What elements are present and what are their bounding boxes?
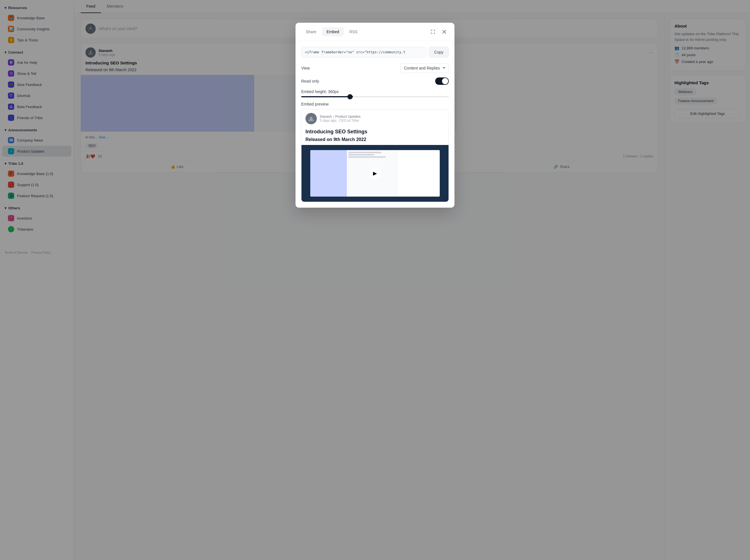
- preview-time: 5 days ago · CEO at Tribe: [320, 119, 360, 123]
- preview-screenshot-right: [397, 150, 439, 196]
- preview-post-title: Introducing SEO Settings: [301, 128, 449, 137]
- height-section: Embed height: 360px: [301, 89, 449, 97]
- height-slider[interactable]: [301, 96, 449, 97]
- preview-header: Siavash › Product Updates 5 days ago · C…: [301, 109, 449, 128]
- embed-modal: Share Embed RSS Copy View: [296, 23, 454, 208]
- view-label: View: [301, 66, 310, 70]
- preview-screenshot-left: [310, 150, 347, 196]
- preview-meta: Siavash › Product Updates 5 days ago · C…: [320, 115, 360, 123]
- embed-code-input[interactable]: [301, 47, 427, 58]
- read-only-toggle[interactable]: [435, 78, 449, 85]
- modal-overlay[interactable]: Share Embed RSS Copy View: [0, 0, 750, 560]
- breadcrumb-dest: Product Updates: [335, 115, 360, 119]
- preview-post-subtitle: Released on 9th March 2022: [301, 137, 449, 145]
- copy-button[interactable]: Copy: [429, 47, 449, 58]
- embed-code-row: Copy: [301, 47, 449, 58]
- view-field-row: View Content and Replies Content only Re…: [301, 63, 449, 73]
- modal-body: Copy View Content and Replies Content on…: [296, 41, 454, 208]
- modal-tab-share[interactable]: Share: [301, 27, 321, 36]
- preview-author: Siavash: [320, 115, 332, 119]
- slider-row: [301, 96, 449, 97]
- breadcrumb-arrow: ›: [333, 115, 334, 119]
- preview-label: Embed preview: [301, 102, 449, 106]
- preview-post-image: ▶: [301, 145, 449, 202]
- toggle-knob: [442, 78, 448, 84]
- modal-tab-rss[interactable]: RSS: [345, 27, 362, 36]
- fullscreen-button[interactable]: [428, 27, 437, 36]
- preview-avatar: [305, 113, 317, 124]
- view-select[interactable]: Content and Replies Content only Replies…: [400, 63, 449, 73]
- slider-thumb: [348, 94, 353, 99]
- modal-tab-embed[interactable]: Embed: [322, 27, 343, 36]
- modal-actions: [428, 27, 449, 36]
- read-only-label: Read only: [301, 79, 319, 83]
- play-button[interactable]: ▶: [369, 167, 381, 180]
- close-button[interactable]: [440, 27, 449, 36]
- embed-preview-card: Siavash › Product Updates 5 days ago · C…: [301, 109, 449, 202]
- read-only-field-row: Read only: [301, 78, 449, 85]
- height-label: Embed height: 360px: [301, 89, 449, 94]
- preview-breadcrumb: Siavash › Product Updates: [320, 115, 360, 119]
- modal-header: Share Embed RSS: [296, 23, 454, 41]
